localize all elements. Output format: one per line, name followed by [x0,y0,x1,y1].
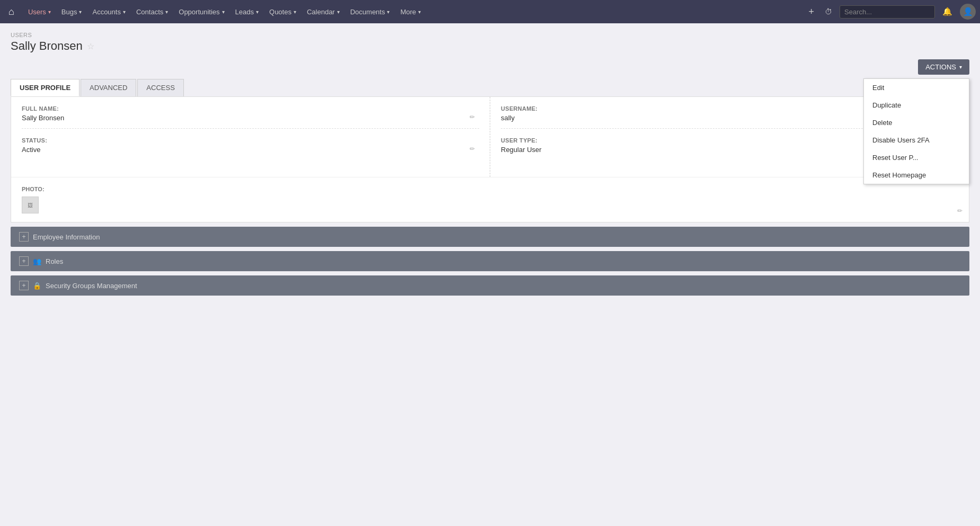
page-content: USERS Sally Bronsen ☆ ACTIONS ▾ Edit Dup… [0,23,980,304]
roles-label: Roles [46,257,63,265]
field-fullname: FULL NAME: Sally Bronsen ✏ [22,105,479,129]
roles-group-icon: 👥 [33,257,41,265]
nav-item-quotes[interactable]: Quotes▾ [264,0,302,23]
fields-col-left: FULL NAME: Sally Bronsen ✏ STATUS: Activ… [11,97,490,177]
nav-item-documents[interactable]: Documents▾ [345,0,395,23]
nav-item-accounts[interactable]: Accounts▾ [87,0,130,23]
profile-card: FULL NAME: Sally Bronsen ✏ STATUS: Activ… [11,96,969,222]
search-input[interactable] [840,5,935,19]
documents-caret-icon: ▾ [387,9,390,15]
actions-dropdown-menu: Edit Duplicate Delete Disable Users 2FA … [863,78,969,184]
status-value: Active [22,146,479,154]
fullname-label: FULL NAME: [22,105,479,112]
page-title: Sally Bronsen [11,39,83,53]
tab-advanced[interactable]: ADVANCED [81,79,136,96]
history-button[interactable]: ⏱ [822,5,835,18]
more-caret-icon: ▾ [418,9,421,15]
expand-security-icon: + [19,281,29,290]
page-title-row: Sally Bronsen ☆ [11,39,969,53]
avatar[interactable]: 👤 [960,4,976,20]
dropdown-item-delete[interactable]: Delete [864,114,969,131]
status-edit-icon[interactable]: ✏ [470,145,475,153]
section-employee-information[interactable]: + Employee Information [11,227,969,247]
section-roles[interactable]: + 👥 Roles [11,251,969,271]
lock-icon: 🔒 [33,282,41,290]
opportunities-caret-icon: ▾ [222,9,225,15]
nav-item-bugs[interactable]: Bugs▾ [56,0,87,23]
actions-button[interactable]: ACTIONS ▾ [918,59,969,75]
field-status: STATUS: Active ✏ [22,137,479,160]
breadcrumb: USERS [11,32,969,38]
nav-right: + ⏱ 🔔 👤 [805,4,976,20]
tabs-row: USER PROFILE ADVANCED ACCESS [11,79,969,96]
nav-item-calendar[interactable]: Calendar▾ [302,0,345,23]
expand-employee-icon: + [19,232,29,242]
users-caret-icon: ▾ [48,9,51,15]
fullname-value: Sally Bronsen [22,114,479,122]
photo-placeholder: 🖼 [22,197,39,213]
tab-access[interactable]: ACCESS [137,79,183,96]
employee-information-label: Employee Information [33,233,100,241]
dropdown-item-reset-user[interactable]: Reset User P... Disable Users 2FA [864,149,969,166]
dropdown-item-disable-2fa[interactable]: Disable Users 2FA [864,131,969,149]
home-button[interactable]: ⌂ [4,4,19,20]
avatar-icon: 👤 [963,7,973,16]
dropdown-item-edit[interactable]: Edit [864,79,969,96]
tab-user-profile[interactable]: USER PROFILE [11,79,80,96]
photo-section: PHOTO: 🖼 ✏ [11,177,969,222]
actions-bar: ACTIONS ▾ Edit Duplicate Delete Disable … [11,59,969,75]
nav-item-contacts[interactable]: Contacts▾ [131,0,173,23]
nav-item-opportunities[interactable]: Opportunities▾ [173,0,229,23]
bugs-caret-icon: ▾ [79,9,82,15]
leads-caret-icon: ▾ [256,9,259,15]
nav-item-users[interactable]: Users▾ [23,0,56,23]
actions-caret-icon: ▾ [959,64,962,70]
quotes-caret-icon: ▾ [294,9,296,15]
accounts-caret-icon: ▾ [123,9,126,15]
dropdown-item-reset-homepage[interactable]: Reset Homepage [864,166,969,184]
nav-item-leads[interactable]: Leads▾ [230,0,264,23]
contacts-caret-icon: ▾ [165,9,168,15]
notifications-button[interactable]: 🔔 [939,5,956,19]
nav-item-more[interactable]: More▾ [395,0,426,23]
nav-items: Users▾ Bugs▾ Accounts▾ Contacts▾ Opportu… [23,0,806,23]
add-button[interactable]: + [805,4,817,20]
photo-label: PHOTO: [22,186,958,192]
calendar-caret-icon: ▾ [337,9,340,15]
expand-roles-icon: + [19,256,29,266]
photo-edit-icon[interactable]: ✏ [957,207,963,215]
security-groups-label: Security Groups Management [46,282,137,290]
section-security-groups[interactable]: + 🔒 Security Groups Management [11,275,969,296]
photo-icon: 🖼 [28,202,33,208]
fields-row: FULL NAME: Sally Bronsen ✏ STATUS: Activ… [11,97,969,177]
fullname-edit-icon[interactable]: ✏ [470,113,475,121]
dropdown-item-duplicate[interactable]: Duplicate [864,96,969,114]
navbar: ⌂ Users▾ Bugs▾ Accounts▾ Contacts▾ Oppor… [0,0,980,23]
favorite-icon[interactable]: ☆ [87,41,94,51]
status-label: STATUS: [22,137,479,144]
